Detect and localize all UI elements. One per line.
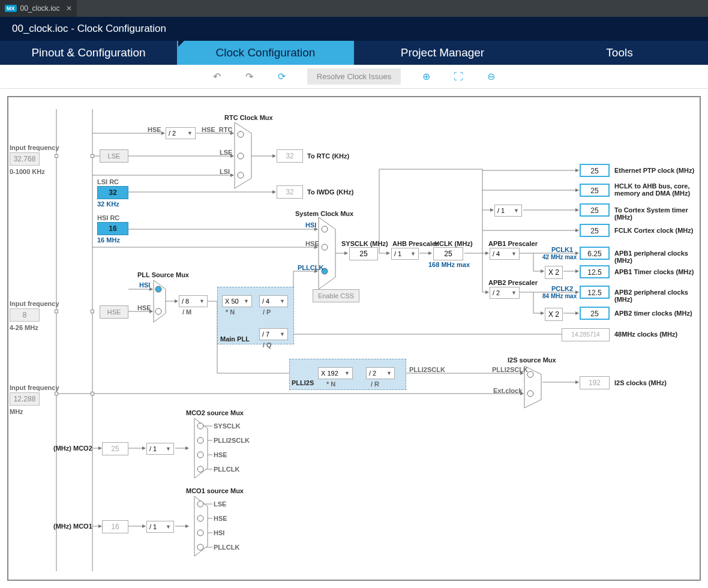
breadcrumb: 00_clock.ioc - Clock Configuration [0,23,178,35]
pll-div-p-select[interactable]: / 4▼ [259,295,288,307]
apb2-presc-select[interactable]: / 2▼ [490,287,520,299]
refresh-icon[interactable]: ⟳ [275,70,289,84]
main-pll-label: Main PLL [220,335,250,343]
svg-point-76 [155,286,161,292]
audio-freq-input[interactable]: 12.288 [10,392,40,406]
mco1-lse: LSE [214,500,226,508]
chevron-down-icon: ▼ [187,130,193,136]
svg-point-71 [238,153,244,159]
tab-pinout[interactable]: Pinout & Configuration [0,41,177,65]
plli2s-div-r-select[interactable]: / 2▼ [366,367,395,379]
pclk1-label: PCLK1 [551,246,573,253]
svg-point-79 [527,391,533,397]
ahb-presc-select[interactable]: / 1▼ [391,248,419,260]
mco2-val: 25 [102,442,128,455]
pll-mul-n-label: * N [226,308,235,316]
mco1-div-select[interactable]: / 1▼ [146,521,174,533]
chevron-down-icon: ▼ [280,298,285,304]
apb1-presc-select[interactable]: / 4▼ [490,248,520,260]
pll-div-q-label: / Q [263,341,272,349]
pclk2-label: PCLK2 [551,285,573,292]
pclk1-max: 42 MHz max [542,254,577,260]
chevron-down-icon: ▼ [166,524,171,530]
mco2-pllclk: PLLCLK [214,466,239,473]
tab-project[interactable]: Project Manager [354,41,531,65]
hse-freq-label: Input frequency [10,300,59,307]
cortex-div-select[interactable]: / 1▼ [494,205,522,217]
plli2s-label: PLLI2S [292,379,314,386]
pclk2-max: 84 MHz max [542,293,577,299]
clock-diagram[interactable]: Input frequency 32.768 0-1000 KHz LSE LS… [7,96,701,581]
svg-point-80 [197,423,203,429]
plli2sclk-label: PLLI2SCLK [409,366,445,373]
resolve-clock-button[interactable]: Resolve Clock Issues [307,68,401,85]
svg-point-74 [322,244,328,250]
apb2-periph-val: 12.5 [580,286,610,299]
lse-wire-label: LSE [220,149,232,156]
hclk-val[interactable]: 25 [433,247,463,260]
tab-clock[interactable]: Clock Configuration [177,41,354,65]
lse-freq-input[interactable]: 32.768 [10,152,40,166]
eth-val: 25 [580,164,610,177]
chevron-down-icon: ▼ [166,446,171,452]
zoom-out-icon[interactable]: ⊖ [484,70,498,84]
file-tab-name: 00_clock.ioc [20,4,60,13]
hse-range: 4-26 MHz [10,324,38,331]
file-tab[interactable]: MX 00_clock.ioc ✕ [0,0,77,17]
sysclk-mux-label: System Clock Mux [295,210,353,217]
fit-screen-icon[interactable]: ⛶ [451,70,466,84]
sysclk-val[interactable]: 25 [349,247,378,260]
svg-point-83 [197,466,203,472]
apb2-x2: X 2 [545,308,563,321]
main-tabs: Pinout & Configuration Clock Configurati… [0,41,708,65]
chevron-down-icon: ▼ [344,370,350,376]
hsi-rc-label: HSI RC [97,214,119,221]
pll-div-q-select[interactable]: / 7▼ [259,328,288,340]
ext-clock-label: Ext.clock [493,387,522,394]
plli2s-mul-n-select[interactable]: X 192▼ [318,367,353,379]
lse-osc-button[interactable]: LSE [100,149,128,163]
pll-hse: HSE [137,304,151,311]
pll-mul-n-select[interactable]: X 50▼ [222,295,252,307]
apb1-periph-val: 6.25 [580,247,610,260]
iwdg-out-label: To IWDG (KHz) [307,188,353,196]
chevron-down-icon: ▼ [410,251,416,257]
node-dot [91,392,94,395]
plli2s-mul-n-label: * N [326,380,335,388]
apb1-timer-label: APB1 Timer clocks (MHz) [614,268,694,275]
pll-div-m-label: / M [182,308,191,316]
pll-div-m-select[interactable]: / 8▼ [179,295,208,307]
apb2-periph-label: APB2 peripheral clocks (MHz) [614,289,700,303]
apb2-presc-label: APB2 Prescaler [488,279,538,286]
mco1-hsi: HSI [214,529,224,536]
redo-icon[interactable]: ↷ [242,70,257,84]
svg-point-73 [322,226,328,232]
mco2-div-select[interactable]: / 1▼ [146,443,174,455]
tab-tools[interactable]: Tools [531,41,708,65]
lse-range: 0-1000 KHz [10,168,45,175]
hse-freq-input[interactable]: 8 [10,308,40,322]
hclk-ahb-val: 25 [580,184,610,197]
hse-wire-label: HSE [148,126,161,133]
close-icon[interactable]: ✕ [66,4,72,13]
sysclk-label: SYSCLK (MHz) [341,240,388,247]
hsi-val: 16 [97,222,128,235]
audio-unit: MHz [10,408,23,415]
chevron-down-icon: ▼ [244,298,249,304]
mco2-hse: HSE [214,451,227,458]
chevron-down-icon: ▼ [514,208,519,214]
eth-label: Ethernet PTP clock (MHz) [614,167,694,174]
i2s-val: 192 [580,376,610,389]
undo-icon[interactable]: ↶ [210,70,224,84]
zoom-in-icon[interactable]: ⊕ [419,70,433,84]
mco2-label: (MHz) MCO2 [53,445,92,452]
hse-rtc-div-select[interactable]: / 2▼ [166,127,196,139]
hse-rtc-label: HSE_RTC [202,126,232,133]
mco2-plli2sclk: PLLI2SCLK [214,437,250,444]
enable-css-button[interactable]: Enable CSS [313,289,359,302]
svg-point-72 [238,172,244,178]
mco2-sysclk: SYSCLK [214,422,241,430]
ahb-presc-label: AHB Prescaler [392,240,438,247]
hse-osc-button[interactable]: HSE [100,305,128,319]
pll-hsi: HSI [139,281,150,289]
